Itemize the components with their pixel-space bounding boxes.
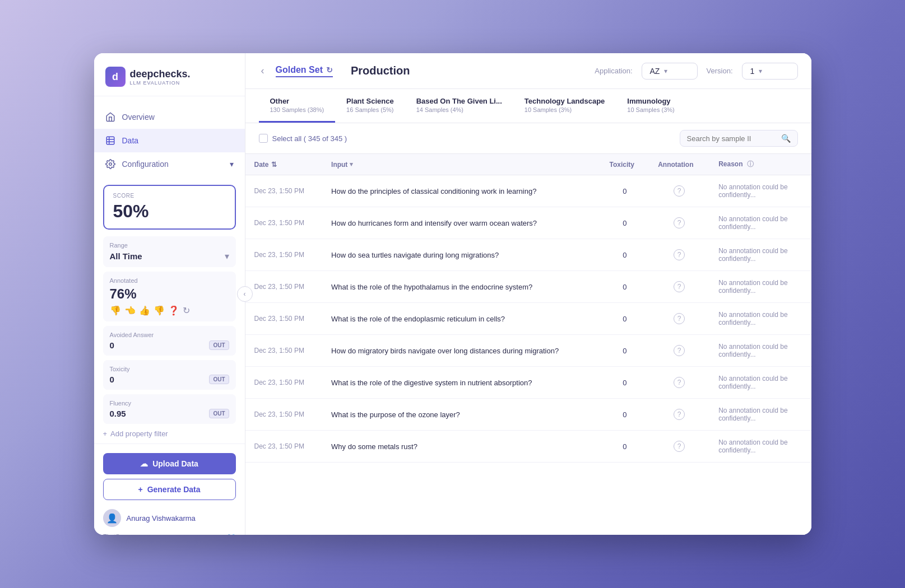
application-arrow: ▾ xyxy=(664,67,667,75)
logo-icon: d xyxy=(105,67,126,87)
upload-data-button[interactable]: ☁ Upload Data xyxy=(103,453,236,474)
cell-date-1: Dec 23, 1:50 PM xyxy=(245,207,323,239)
version-select[interactable]: 1 ▾ xyxy=(742,63,798,80)
cat-tab-based-on[interactable]: Based On The Given Li... 14 Samples (4%) xyxy=(405,89,513,123)
filter-avoided-label: Avoided Answer xyxy=(110,332,229,338)
select-all-label: Select all ( 345 of 345 ) xyxy=(272,134,347,143)
sidebar-item-data[interactable]: Data xyxy=(94,129,245,152)
app-subtitle: LLM EVALUATION xyxy=(130,80,191,86)
version-value: 1 xyxy=(750,67,755,76)
cell-reason-7: No annotation could be confidently... xyxy=(709,399,811,431)
breadcrumb-label: Golden Set xyxy=(276,65,323,75)
filter-avoided-answer: Avoided Answer 0 OUT xyxy=(103,326,236,356)
annotation-icon-3[interactable]: ? xyxy=(674,281,685,292)
table-row: Dec 23, 1:50 PM What is the role of the … xyxy=(245,303,811,335)
cell-toxicity-3: 0 xyxy=(601,271,649,303)
cell-annotation-1: ? xyxy=(649,207,709,239)
cell-reason-5: No annotation could be confidently... xyxy=(709,335,811,367)
sort-date[interactable]: Date ⇅ xyxy=(254,161,277,169)
plus-icon: + xyxy=(103,430,108,438)
cat-tab-other-count: 130 Samples (38%) xyxy=(270,106,324,113)
table-body: Dec 23, 1:50 PM How do the principles of… xyxy=(245,175,811,463)
cat-tab-immunology[interactable]: Immunology 10 Samples (3%) xyxy=(616,89,685,123)
th-annotation: Annotation xyxy=(649,154,709,175)
breadcrumb: Golden Set ↻ xyxy=(276,65,333,77)
annotation-icon-2[interactable]: ? xyxy=(674,249,685,260)
cell-date-4: Dec 23, 1:50 PM xyxy=(245,303,323,335)
cell-input-7: What is the purpose of the ozone layer? xyxy=(322,399,600,431)
cell-annotation-2: ? xyxy=(649,239,709,271)
annotation-icon-6[interactable]: ? xyxy=(674,377,685,388)
filter-input[interactable]: Input ▾ xyxy=(331,161,353,169)
table-row: Dec 23, 1:50 PM How do the principles of… xyxy=(245,175,811,207)
range-label: Range xyxy=(110,242,229,249)
cell-input-8: Why do some metals rust? xyxy=(322,431,600,463)
th-reason: Reason ⓘ xyxy=(709,154,811,175)
filter-avoided-badge: OUT xyxy=(209,340,229,350)
category-tabs: Other 130 Samples (38%) Plant Science 16… xyxy=(245,89,811,123)
annotation-icon-1[interactable]: ? xyxy=(674,217,685,228)
cat-tab-based-count: 14 Samples (4%) xyxy=(416,106,502,113)
refresh-icon[interactable]: ↻ xyxy=(326,66,333,74)
add-property-filter[interactable]: + Add property filter xyxy=(94,424,245,444)
sidebar-item-configuration[interactable]: Configuration ▾ xyxy=(94,152,245,176)
annotation-icon-0[interactable]: ? xyxy=(674,185,685,197)
cat-tab-other[interactable]: Other 130 Samples (38%) xyxy=(259,89,336,123)
filter-toxicity-badge: OUT xyxy=(209,375,229,384)
thumbs-up-icon: 👍 xyxy=(139,305,150,316)
svg-point-4 xyxy=(109,163,112,166)
table-row: Dec 23, 1:50 PM What is the role of the … xyxy=(245,271,811,303)
version-arrow: ▾ xyxy=(759,67,762,75)
score-panel: Score 50% xyxy=(103,185,236,230)
table-icon xyxy=(105,136,115,146)
cell-toxicity-6: 0 xyxy=(601,367,649,399)
range-card[interactable]: Range All Time ▾ xyxy=(103,236,236,267)
table-row: Dec 23, 1:50 PM How do hurricanes form a… xyxy=(245,207,811,239)
generate-data-button[interactable]: + Generate Data xyxy=(103,479,236,500)
annotation-icon-4[interactable]: ? xyxy=(674,313,685,324)
sidebar: d deepchecks. LLM EVALUATION Overview Da… xyxy=(94,53,245,535)
annotation-icon-7[interactable]: ? xyxy=(674,409,685,420)
cell-annotation-4: ? xyxy=(649,303,709,335)
cat-tab-plant-science[interactable]: Plant Science 16 Samples (5%) xyxy=(335,89,405,123)
annotation-icon-5[interactable]: ? xyxy=(674,345,685,356)
collapse-sidebar-button[interactable]: ‹ xyxy=(237,286,253,302)
version-label: Version: xyxy=(707,67,733,75)
search-bar[interactable]: 🔍 xyxy=(680,130,798,147)
cat-tab-technology[interactable]: Technology Landscape 10 Samples (3%) xyxy=(513,89,616,123)
cat-tab-plant-name: Plant Science xyxy=(346,97,394,105)
annotated-value: 76% xyxy=(110,286,229,302)
range-arrow: ▾ xyxy=(225,251,229,262)
cell-date-3: Dec 23, 1:50 PM xyxy=(245,271,323,303)
cell-reason-1: No annotation could be confidently... xyxy=(709,207,811,239)
filter-toxicity-value: 0 xyxy=(110,375,114,384)
annotation-icon-8[interactable]: ? xyxy=(674,441,685,452)
cell-toxicity-2: 0 xyxy=(601,239,649,271)
cell-input-2: How do sea turtles navigate during long … xyxy=(322,239,600,271)
cell-reason-4: No annotation could be confidently... xyxy=(709,303,811,335)
cell-input-4: What is the role of the endoplasmic reti… xyxy=(322,303,600,335)
cell-annotation-8: ? xyxy=(649,431,709,463)
range-row: All Time ▾ xyxy=(110,251,229,262)
upload-btn-label: Upload Data xyxy=(152,459,198,468)
back-button[interactable]: ‹ xyxy=(259,63,267,79)
logo-area: d deepchecks. LLM EVALUATION xyxy=(94,53,245,96)
annotated-card: Annotated 76% 👎 👈 👍 👎 ❓ ↻ xyxy=(103,272,236,321)
cell-toxicity-4: 0 xyxy=(601,303,649,335)
sidebar-item-overview[interactable]: Overview xyxy=(94,105,245,129)
cell-annotation-5: ? xyxy=(649,335,709,367)
select-all-checkbox[interactable] xyxy=(259,134,268,143)
score-value: 50% xyxy=(113,201,226,222)
cat-tab-based-name: Based On The Given Li... xyxy=(416,97,502,105)
page-title: Production xyxy=(351,64,410,77)
cat-tab-tech-name: Technology Landscape xyxy=(525,97,605,105)
table-row: Dec 23, 1:50 PM How do migratory birds n… xyxy=(245,335,811,367)
table-header: Date ⇅ Input ▾ Toxi xyxy=(245,154,811,175)
application-select[interactable]: AZ ▾ xyxy=(642,63,698,80)
range-value: All Time xyxy=(110,251,142,261)
cell-input-0: How do the principles of classical condi… xyxy=(322,175,600,207)
cell-date-2: Dec 23, 1:50 PM xyxy=(245,239,323,271)
search-input[interactable] xyxy=(687,134,777,143)
cell-date-5: Dec 23, 1:50 PM xyxy=(245,335,323,367)
cat-tab-other-name: Other xyxy=(270,97,324,105)
